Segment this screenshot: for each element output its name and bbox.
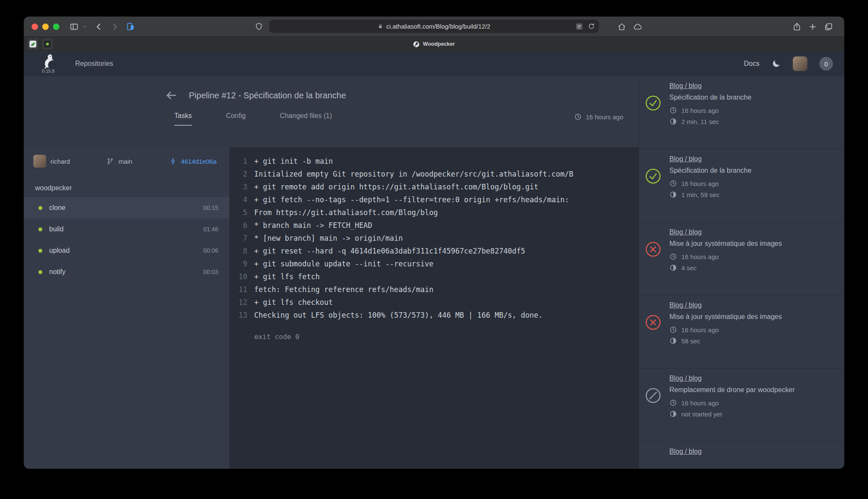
log-line: 13Checking out LFS objects: 100% (573/57… <box>229 309 639 322</box>
clock-icon <box>669 180 677 187</box>
build-duration: 58 sec <box>669 337 834 345</box>
step-duration: 00:03 <box>203 269 218 275</box>
build-entry[interactable]: Blog / blogMise à jour systématique des … <box>639 295 844 369</box>
log-line-number: 7 <box>229 232 254 245</box>
pipeline-tabs: TasksConfigChanged files (1)16 hours ago <box>24 102 639 126</box>
author-avatar <box>33 155 46 168</box>
build-entry[interactable]: Blog / blog <box>639 442 844 469</box>
reload-icon[interactable] <box>588 23 595 30</box>
version-label: 0.15.8 <box>42 68 54 74</box>
nav-repositories[interactable]: Repositories <box>75 60 113 68</box>
step-row-clone[interactable]: clone00:15 <box>24 197 229 218</box>
active-browser-tab[interactable]: Woodpecker <box>413 37 455 51</box>
step-status-dot <box>38 249 42 253</box>
chevron-down-icon[interactable] <box>82 24 88 30</box>
exit-code: exit code 0 <box>229 333 639 341</box>
address-bar-actions <box>575 22 595 31</box>
step-row-upload[interactable]: upload00:06 <box>24 240 229 261</box>
address-bar[interactable]: ci.athaliasoft.com/Blog/blog/build/12/2 <box>269 20 599 33</box>
log-line-text: * branch main -> FETCH_HEAD <box>254 219 372 232</box>
extension-badge-icon[interactable] <box>575 22 584 31</box>
app-header: 0.15.8 Repositories Docs 0 <box>24 51 844 76</box>
build-duration: 1 min, 59 sec <box>669 191 834 198</box>
minimize-window-button[interactable] <box>42 24 49 30</box>
dark-mode-toggle-icon[interactable] <box>771 59 781 68</box>
woodpecker-bird-icon <box>42 54 55 68</box>
clock-icon <box>669 326 677 334</box>
zoom-window-button[interactable] <box>53 24 59 30</box>
pinned-tab-2[interactable] <box>42 38 53 50</box>
build-status-icon-failure <box>645 241 661 257</box>
build-entry[interactable]: Blog / blogSpécification de la branche16… <box>639 76 844 149</box>
build-message: Remplacement de drone par woodpecker <box>669 386 834 394</box>
tab-overview-icon[interactable] <box>824 22 833 31</box>
build-duration-text: 2 min, 11 sec <box>681 118 719 125</box>
build-time: 16 hours ago <box>669 106 834 114</box>
log-line: 1+ git init -b main <box>229 155 639 168</box>
step-status-dot <box>38 206 42 210</box>
back-button[interactable] <box>94 22 103 31</box>
pinned-tab-1-favicon <box>29 41 36 47</box>
user-avatar[interactable] <box>793 56 807 71</box>
close-window-button[interactable] <box>32 24 38 30</box>
log-line: 4+ git fetch --no-tags --depth=1 --filte… <box>229 193 639 206</box>
build-entry[interactable]: Blog / blogRemplacement de drone par woo… <box>639 369 844 442</box>
log-line: 11fetch: Fetching reference refs/heads/m… <box>229 283 639 296</box>
browser-window: ci.athaliasoft.com/Blog/blog/build/12/2 <box>24 17 844 469</box>
build-repo-link[interactable]: Blog / blog <box>669 155 702 163</box>
build-repo-link[interactable]: Blog / blog <box>669 228 702 236</box>
log-line-number: 1 <box>229 155 254 168</box>
panels: richard main 4614d1e06a <box>24 147 639 469</box>
build-status-icon-skipped <box>645 387 661 404</box>
build-entry[interactable]: Blog / blogMise à jour systématique des … <box>639 222 844 295</box>
step-row-notify[interactable]: notify00:03 <box>24 261 229 283</box>
duration-icon <box>669 337 677 345</box>
pinned-tab-1[interactable] <box>27 38 38 50</box>
commit-hash-link[interactable]: 4614d1e06a <box>181 158 217 165</box>
log-line-text: + git reset --hard -q 4614d1e06a3dabf311… <box>254 245 525 257</box>
build-status-icon-success <box>645 168 661 184</box>
share-icon[interactable] <box>792 22 801 31</box>
log-line: 8+ git reset --hard -q 4614d1e06a3dabf31… <box>229 245 639 257</box>
tab-title: Woodpecker <box>423 41 455 47</box>
woodpecker-logo[interactable]: 0.15.8 <box>35 54 62 74</box>
back-to-repo-button[interactable] <box>165 89 178 102</box>
sidebar-toggle-icon[interactable] <box>70 22 79 31</box>
step-status-dot <box>38 270 42 274</box>
build-repo-link[interactable]: Blog / blog <box>669 301 702 309</box>
log-line-number: 4 <box>229 193 254 206</box>
log-line: 2Initialized empty Git repository in /wo… <box>229 168 639 180</box>
log-line-text: + git lfs fetch <box>254 270 320 283</box>
clock-icon <box>669 106 677 114</box>
build-entry[interactable]: Blog / blogSpécification de la branche16… <box>639 149 844 222</box>
privacy-shield-icon[interactable] <box>255 22 263 31</box>
tab-tasks[interactable]: Tasks <box>174 112 192 126</box>
build-repo-link[interactable]: Blog / blog <box>669 375 702 382</box>
tab-config[interactable]: Config <box>226 112 246 126</box>
pipeline-title-block: Pipeline #12 - Spécification de la branc… <box>24 76 639 147</box>
docs-link[interactable]: Docs <box>744 60 760 68</box>
build-repo-link[interactable]: Blog / blog <box>669 448 702 455</box>
step-row-build[interactable]: build01:46 <box>24 218 229 240</box>
duration-icon <box>669 264 677 272</box>
clock-icon <box>669 399 677 407</box>
browser-toolbar: ci.athaliasoft.com/Blog/blog/build/12/2 <box>24 17 844 37</box>
build-repo-link[interactable]: Blog / blog <box>669 82 702 90</box>
home-icon[interactable] <box>617 22 626 31</box>
branch-icon <box>106 157 114 165</box>
desktop-background: ci.athaliasoft.com/Blog/blog/build/12/2 <box>0 0 868 499</box>
tab-changed-files-1[interactable]: Changed files (1) <box>280 112 332 126</box>
notification-badge[interactable]: 0 <box>819 57 833 71</box>
log-line: 10+ git lfs fetch <box>229 270 639 283</box>
browser-tab-bar: Woodpecker <box>24 37 844 51</box>
log-line-number: 11 <box>229 283 254 296</box>
branch-name: main <box>118 158 132 165</box>
clock-icon <box>669 253 677 260</box>
log-line-number: 10 <box>229 270 254 283</box>
new-tab-icon[interactable] <box>808 22 817 31</box>
woodpecker-favicon <box>413 41 419 47</box>
forward-button[interactable] <box>110 22 119 31</box>
extension-icon[interactable] <box>126 22 135 31</box>
icloud-tabs-icon[interactable] <box>633 22 642 31</box>
log-line-text: From https://git.athaliasoft.com/Blog/bl… <box>254 206 438 219</box>
